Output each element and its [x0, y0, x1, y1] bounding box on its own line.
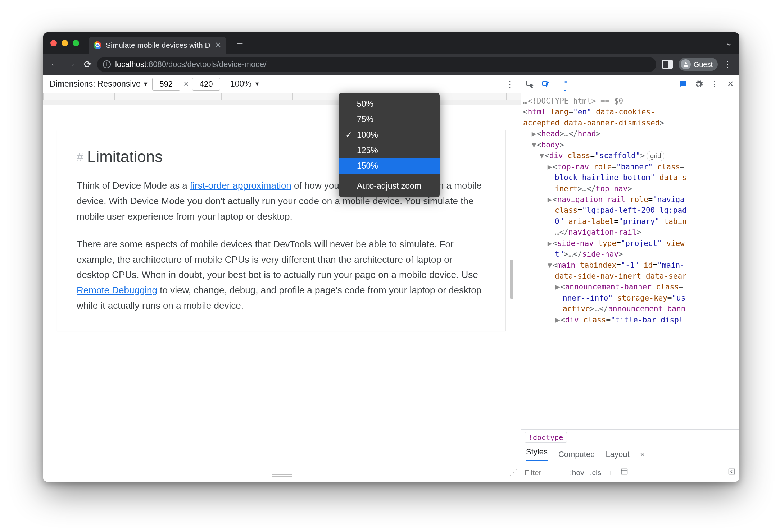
tab-computed[interactable]: Computed	[558, 450, 595, 459]
url: localhost:8080/docs/devtools/device-mode…	[115, 60, 267, 69]
menu-separator	[339, 176, 440, 176]
device-viewport: # Limitations Think of Device Mode as a …	[43, 105, 521, 482]
device-toolbar-more-icon[interactable]: ⋮	[505, 79, 514, 89]
cls-toggle[interactable]: .cls	[590, 468, 602, 477]
toggle-rendering-icon[interactable]	[728, 468, 736, 477]
corner-resize-grip[interactable]: ⋰	[509, 467, 516, 478]
width-input[interactable]	[152, 78, 180, 91]
chrome-menu-icon[interactable]: ⋮	[723, 59, 732, 70]
forward-button[interactable]: →	[64, 59, 78, 70]
elements-tree[interactable]: …<!DOCTYPE html> == $0 <html lang="en" d…	[521, 93, 739, 429]
maximize-window-button[interactable]	[73, 40, 79, 46]
minimize-window-button[interactable]	[62, 40, 68, 46]
feedback-icon[interactable]	[678, 79, 688, 89]
elements-breadcrumb[interactable]: !doctype	[521, 429, 739, 445]
more-tabs-icon[interactable]: »	[640, 450, 643, 459]
tab-search-icon[interactable]: ⌄	[726, 38, 732, 48]
styles-filter-input[interactable]	[525, 468, 564, 477]
hov-toggle[interactable]: :hov	[570, 468, 584, 477]
check-icon: ✓	[345, 130, 352, 140]
computed-sidebar-icon[interactable]	[620, 468, 628, 477]
more-tabs-icon[interactable]: »	[564, 77, 566, 91]
caret-down-icon: ▼	[143, 81, 149, 87]
site-info-icon[interactable]: i	[103, 60, 111, 68]
close-window-button[interactable]	[50, 40, 57, 46]
svg-point-0	[685, 62, 687, 64]
zoom-option-150[interactable]: 150%	[339, 158, 440, 174]
content-area: Dimensions: Responsive ▼ × 100% ▼ ⋮ 50% …	[43, 75, 739, 482]
avatar-icon	[681, 59, 691, 69]
device-toolbar: Dimensions: Responsive ▼ × 100% ▼ ⋮	[43, 75, 521, 93]
viewport-scrollbar[interactable]	[510, 260, 513, 299]
zoom-option-75[interactable]: 75%	[339, 112, 440, 127]
device-mode-pane: Dimensions: Responsive ▼ × 100% ▼ ⋮ 50% …	[43, 75, 521, 482]
ruler-top[interactable]	[43, 93, 521, 100]
address-bar[interactable]: i localhost:8080/docs/devtools/device-mo…	[97, 57, 656, 72]
zoom-menu: 50% 75% ✓100% 125% 150% Auto-adjust zoom	[339, 93, 440, 197]
side-panel-icon[interactable]	[662, 60, 673, 69]
styles-toolbar: :hov .cls ＋	[521, 463, 739, 482]
close-devtools-icon[interactable]: ✕	[726, 79, 735, 89]
zoom-dropdown[interactable]: 100% ▼	[230, 79, 260, 89]
reload-button[interactable]: ⟳	[81, 59, 95, 70]
inspect-element-icon[interactable]	[525, 79, 535, 89]
toggle-device-icon[interactable]	[541, 79, 550, 89]
new-tab-button[interactable]: ＋	[231, 36, 249, 50]
devtools-menu-icon[interactable]: ⋮	[710, 79, 719, 89]
breadcrumb-item[interactable]: !doctype	[525, 432, 567, 443]
tab-layout[interactable]: Layout	[606, 450, 629, 459]
settings-gear-icon[interactable]	[694, 79, 703, 89]
remote-debugging-link[interactable]: Remote Debugging	[77, 285, 157, 295]
window-controls	[50, 40, 79, 46]
toolbar-separator	[557, 79, 557, 89]
first-order-link[interactable]: first-order approximation	[190, 180, 291, 191]
times-separator: ×	[184, 79, 189, 89]
viewport-resize-handle[interactable]	[272, 474, 292, 477]
styles-tab-bar: Styles Computed Layout »	[521, 445, 739, 463]
svg-rect-5	[729, 469, 735, 474]
new-style-rule-icon[interactable]: ＋	[607, 468, 615, 478]
zoom-option-100[interactable]: ✓100%	[339, 127, 440, 143]
dimensions-dropdown[interactable]: Dimensions: Responsive ▼	[50, 79, 149, 89]
zoom-option-50[interactable]: 50%	[339, 96, 440, 112]
devtools-panel: » ⋮ ✕ …<!DOCTYPE html> == $0 <html lang=…	[521, 75, 739, 482]
browser-window: Simulate mobile devices with D ✕ ＋ ⌄ ← →…	[43, 32, 739, 482]
back-button[interactable]: ←	[47, 59, 62, 70]
tab-title: Simulate mobile devices with D	[106, 41, 210, 50]
zoom-auto-adjust[interactable]: Auto-adjust zoom	[339, 178, 440, 194]
profile-button[interactable]: Guest	[679, 58, 718, 71]
browser-tab[interactable]: Simulate mobile devices with D ✕	[89, 37, 226, 54]
caret-down-icon: ▼	[254, 81, 260, 87]
page-paragraph: There are some aspects of mobile devices…	[77, 237, 486, 313]
devtools-toolbar: » ⋮ ✕	[521, 75, 739, 93]
zoom-option-125[interactable]: 125%	[339, 143, 440, 158]
tab-strip: Simulate mobile devices with D ✕ ＋ ⌄	[43, 32, 739, 54]
height-input[interactable]	[192, 78, 220, 91]
tab-styles[interactable]: Styles	[526, 447, 548, 461]
hash-anchor-icon[interactable]: #	[77, 150, 83, 164]
chrome-favicon-icon	[94, 41, 101, 49]
profile-label: Guest	[694, 60, 713, 69]
ruler-top-minor	[43, 100, 521, 105]
navigation-bar: ← → ⟳ i localhost:8080/docs/devtools/dev…	[43, 54, 739, 75]
svg-rect-4	[621, 469, 627, 474]
close-tab-icon[interactable]: ✕	[215, 41, 221, 50]
